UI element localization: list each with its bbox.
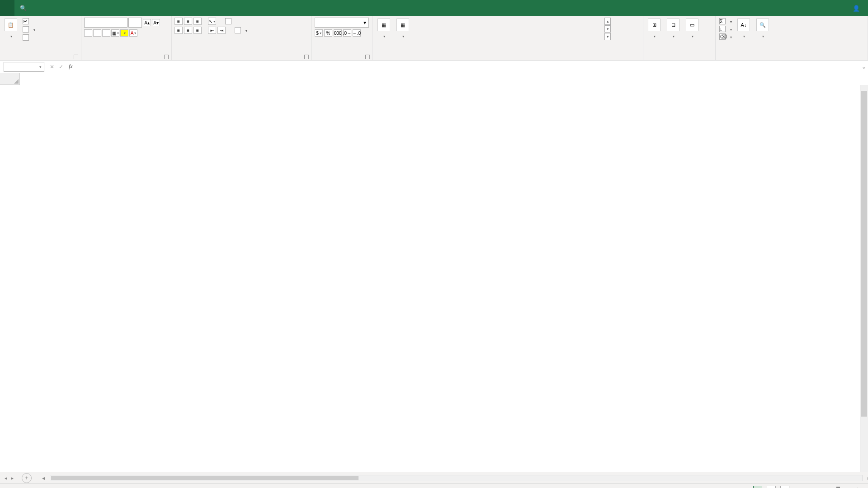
zoom-out-button[interactable]: − xyxy=(794,486,797,488)
sheet-nav-first[interactable]: ◂ xyxy=(5,475,7,481)
sort-filter-button[interactable]: A↓ xyxy=(736,18,752,40)
share-button[interactable]: 👤 xyxy=(853,5,860,12)
font-dialog-launcher[interactable] xyxy=(164,55,169,59)
italic-button[interactable] xyxy=(93,29,101,37)
align-top-button[interactable]: ≡ xyxy=(175,18,183,25)
tab-file[interactable] xyxy=(0,0,14,16)
tell-me-search[interactable]: 🔍 xyxy=(14,5,35,11)
spreadsheet-grid[interactable] xyxy=(0,73,868,472)
wrap-text-button[interactable] xyxy=(224,18,234,25)
sheet-nav-last[interactable]: ▸ xyxy=(11,475,14,481)
formula-input[interactable] xyxy=(76,62,860,72)
search-icon: 🔍 xyxy=(20,5,27,11)
select-all-corner[interactable] xyxy=(0,73,20,85)
name-box[interactable]: ▾ xyxy=(4,62,44,72)
clipboard-dialog-launcher[interactable] xyxy=(74,55,78,59)
title-tabs: 🔍 👤 xyxy=(0,0,868,16)
align-left-button[interactable]: ≡ xyxy=(175,27,183,34)
find-select-button[interactable]: 🔍 xyxy=(755,18,771,40)
view-page-layout-button[interactable] xyxy=(767,486,776,488)
fx-icon[interactable]: fx xyxy=(69,63,73,70)
orientation-button[interactable]: ⤡ xyxy=(208,18,216,25)
underline-button[interactable] xyxy=(102,29,110,37)
merge-icon xyxy=(235,27,241,33)
align-right-button[interactable]: ≡ xyxy=(193,27,202,34)
comma-button[interactable]: 000 xyxy=(334,29,342,37)
alignment-dialog-launcher[interactable] xyxy=(304,55,309,59)
styles-expand[interactable]: ▾ xyxy=(604,33,611,40)
wrap-icon xyxy=(225,18,231,24)
increase-font-button[interactable]: A▴ xyxy=(143,19,151,26)
font-color-button[interactable]: A xyxy=(129,29,137,37)
formula-enter-button[interactable]: ✓ xyxy=(59,64,63,70)
share-icon: 👤 xyxy=(853,5,860,12)
add-sheet-button[interactable]: ＋ xyxy=(22,473,32,483)
align-middle-button[interactable]: ≡ xyxy=(184,18,192,25)
insert-icon: ⊞ xyxy=(648,19,660,31)
table-icon: ▦ xyxy=(396,19,409,31)
view-page-break-button[interactable] xyxy=(780,486,789,488)
format-cells-button[interactable]: ▭ xyxy=(684,18,700,40)
styles-scroll-down[interactable]: ▾ xyxy=(604,25,611,33)
format-icon: ▭ xyxy=(686,19,698,31)
hscroll-left[interactable]: ◂ xyxy=(42,475,45,481)
number-dialog-launcher[interactable] xyxy=(365,55,370,59)
sort-icon: A↓ xyxy=(737,19,750,31)
merge-center-button[interactable] xyxy=(234,27,248,34)
fill-icon: ↓ xyxy=(719,26,726,32)
ribbon: 📋 ✂ A▴ A▾ ▦ xyxy=(0,16,868,61)
vertical-scrollbar[interactable] xyxy=(860,85,868,472)
formula-bar-expand[interactable]: ⌄ xyxy=(860,64,868,70)
cut-icon: ✂ xyxy=(23,18,29,24)
eraser-icon: ⌫ xyxy=(719,33,726,40)
fill-color-button[interactable] xyxy=(120,29,128,37)
decrease-decimal-button[interactable]: ←.0 xyxy=(353,29,361,37)
percent-button[interactable]: % xyxy=(324,29,332,37)
clear-button[interactable]: ⌫ xyxy=(718,33,733,40)
styles-scroll-up[interactable]: ▴ xyxy=(604,18,611,25)
copy-button[interactable] xyxy=(22,26,36,33)
formula-cancel-button[interactable]: ✕ xyxy=(50,64,54,70)
font-name-input[interactable] xyxy=(84,18,127,28)
brush-icon xyxy=(23,34,29,41)
format-as-table-button[interactable]: ▦ xyxy=(395,18,411,40)
border-button[interactable]: ▦ xyxy=(111,29,119,37)
copy-icon xyxy=(23,26,29,33)
status-bar: − + xyxy=(0,483,868,488)
zoom-in-button[interactable]: + xyxy=(856,486,859,488)
find-icon: 🔍 xyxy=(756,19,769,31)
autosum-button[interactable]: Σ xyxy=(718,18,733,25)
font-size-input[interactable] xyxy=(128,18,142,28)
view-normal-button[interactable] xyxy=(753,486,762,488)
decrease-font-button[interactable]: A▾ xyxy=(152,19,160,26)
paste-button[interactable]: 📋 xyxy=(3,18,19,40)
increase-decimal-button[interactable]: .0→ xyxy=(343,29,351,37)
bold-button[interactable] xyxy=(84,29,92,37)
horizontal-scrollbar[interactable]: ◂ ▸ xyxy=(50,475,863,481)
sigma-icon: Σ xyxy=(719,18,726,24)
cond-format-icon: ▦ xyxy=(377,19,390,31)
delete-icon: ⊟ xyxy=(667,19,679,31)
align-bottom-button[interactable]: ≡ xyxy=(193,18,202,25)
cut-button[interactable]: ✂ xyxy=(22,18,36,25)
number-format-select[interactable]: ▾ xyxy=(315,18,369,28)
delete-cells-button[interactable]: ⊟ xyxy=(665,18,681,40)
sheet-tab-bar: ◂ ▸ ＋ ◂ ▸ xyxy=(0,472,868,483)
formula-bar-row: ▾ ✕ ✓ fx ⌄ xyxy=(0,61,868,73)
insert-cells-button[interactable]: ⊞ xyxy=(646,18,662,40)
align-center-button[interactable]: ≡ xyxy=(184,27,192,34)
decrease-indent-button[interactable]: ⇤ xyxy=(208,27,216,34)
currency-button[interactable]: $ xyxy=(315,29,323,37)
fill-button[interactable]: ↓ xyxy=(718,25,733,33)
increase-indent-button[interactable]: ⇥ xyxy=(217,27,226,34)
conditional-formatting-button[interactable]: ▦ xyxy=(376,18,392,40)
paste-icon: 📋 xyxy=(5,19,17,31)
format-painter-button[interactable] xyxy=(22,34,36,41)
